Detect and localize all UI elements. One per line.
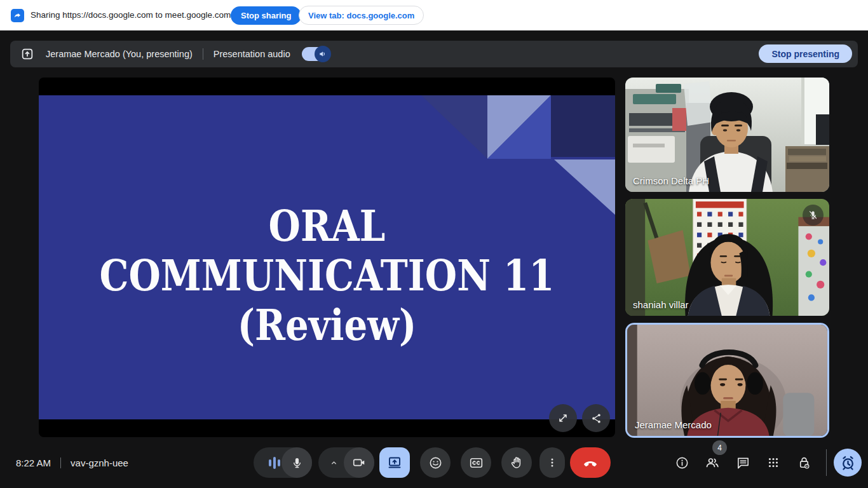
raise-hand-icon — [510, 456, 524, 470]
present-now-button-active[interactable] — [379, 447, 410, 478]
participant-name: Jeramae Mercado — [635, 419, 712, 430]
apps-grid-icon — [766, 456, 780, 470]
toggle-thumb — [315, 46, 331, 62]
participant-tile[interactable]: Crimson Delta PH — [625, 78, 829, 192]
host-controls-icon — [797, 456, 811, 470]
microphone-button[interactable] — [254, 447, 312, 478]
mic-off-icon — [808, 210, 818, 220]
end-call-icon — [582, 454, 599, 471]
meeting-details-button[interactable] — [667, 447, 697, 478]
participant-count-badge: 4 — [712, 440, 727, 455]
timer-icon — [839, 454, 857, 471]
chevron-up-icon[interactable] — [322, 447, 345, 478]
participant-name: shaniah villar — [633, 299, 689, 310]
slide: ORAL COMMUNICATION 11 (Review) — [39, 95, 615, 419]
stop-sharing-button[interactable]: Stop sharing — [231, 6, 301, 25]
clock-time: 8:22 AM — [16, 458, 51, 468]
participant-video — [625, 78, 829, 192]
expand-presentation-button[interactable] — [549, 404, 577, 432]
expand-icon — [557, 412, 569, 424]
participant-tile-self[interactable]: Jeramae Mercado — [625, 323, 829, 438]
slide-title-line1: ORAL COMMUNICATION 11 — [82, 201, 572, 300]
divider — [60, 458, 61, 468]
divider — [203, 48, 203, 60]
muted-indicator — [803, 205, 824, 226]
participant-video — [625, 199, 829, 316]
share-presentation-button[interactable] — [582, 404, 610, 432]
sharing-message: Sharing https://docs.google.com to meet.… — [31, 0, 231, 30]
presenter-label: Jeramae Mercado (You, presenting) — [46, 49, 193, 59]
presentation-audio-toggle[interactable] — [302, 47, 330, 61]
captions-button[interactable] — [461, 447, 491, 478]
host-controls-button[interactable] — [789, 447, 819, 478]
camera-icon — [344, 447, 374, 478]
raise-hand-button[interactable] — [501, 447, 532, 478]
view-tab-button[interactable]: View tab: docs.google.com — [299, 6, 424, 25]
leave-call-button[interactable] — [570, 447, 611, 478]
divider — [826, 449, 827, 476]
share-nodes-icon — [590, 412, 602, 424]
chat-icon — [736, 456, 750, 470]
presented-screen: ORAL COMMUNICATION 11 (Review) — [39, 78, 615, 437]
info-icon — [675, 456, 689, 470]
meeting-info: 8:22 AM vav-gznh-uee — [16, 447, 128, 478]
slide-title-line2: (Review) — [82, 300, 572, 349]
present-box-icon — [20, 47, 34, 61]
captions-icon — [469, 456, 484, 470]
activities-button[interactable] — [758, 447, 789, 478]
speaker-icon — [318, 50, 327, 58]
presentation-bar: Jeramae Mercado (You, presenting) Presen… — [10, 41, 858, 67]
mic-icon — [281, 447, 312, 478]
chat-panel-button[interactable] — [728, 447, 758, 478]
share-tab-icon — [11, 9, 24, 22]
timer-extension-button[interactable] — [834, 449, 862, 477]
more-options-button[interactable] — [539, 447, 565, 478]
tab-sharing-banner: Sharing https://docs.google.com to meet.… — [0, 0, 868, 30]
reactions-icon — [428, 456, 443, 470]
participant-tile[interactable]: shaniah villar — [625, 199, 829, 316]
presentation-audio-label: Presentation audio — [214, 49, 290, 59]
more-options-icon — [546, 456, 559, 469]
people-icon — [705, 455, 720, 470]
meeting-code: vav-gznh-uee — [71, 458, 128, 468]
camera-button[interactable] — [318, 447, 374, 478]
stop-presenting-button[interactable]: Stop presenting — [759, 44, 852, 63]
present-screen-icon — [387, 455, 402, 470]
reactions-button[interactable] — [420, 447, 451, 478]
slide-title: ORAL COMMUNICATION 11 (Review) — [82, 201, 572, 349]
participant-name: Crimson Delta PH — [633, 175, 709, 186]
